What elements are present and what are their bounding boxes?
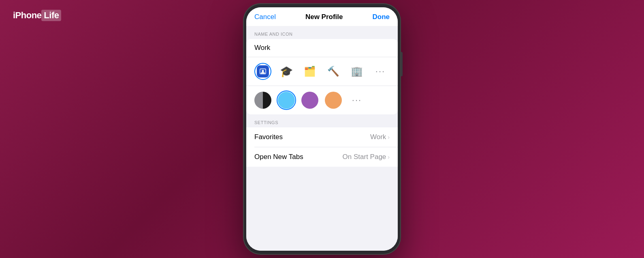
icon-person-card[interactable] bbox=[254, 63, 271, 80]
cancel-button[interactable]: Cancel bbox=[254, 13, 276, 21]
svg-point-1 bbox=[262, 70, 264, 72]
logo-life-text: Life bbox=[41, 10, 61, 21]
content-scroll: NAME AND ICON bbox=[246, 26, 398, 251]
logo-iphone-text: iPhone bbox=[13, 10, 41, 21]
favorites-row[interactable]: Favorites Work › bbox=[246, 127, 398, 147]
graduation-icon: 🎓 bbox=[280, 65, 293, 78]
favorites-value-container: Work › bbox=[370, 133, 390, 141]
settings-section: SETTINGS Favorites Work › Open New Tabs bbox=[246, 114, 398, 167]
profile-name-input[interactable] bbox=[246, 39, 398, 57]
more-colors-icon: ··· bbox=[352, 95, 362, 105]
favorites-value: Work bbox=[370, 133, 386, 141]
icon-row: 🎓 🗂️ 🔨 🏢 bbox=[246, 57, 398, 86]
open-new-tabs-chevron-icon: › bbox=[388, 154, 390, 160]
page-title: New Profile bbox=[305, 13, 343, 21]
briefcase-icon: 🗂️ bbox=[304, 66, 316, 77]
name-and-icon-label: NAME AND ICON bbox=[246, 26, 398, 39]
open-new-tabs-label: Open New Tabs bbox=[254, 153, 303, 161]
settings-card: Favorites Work › Open New Tabs On Start … bbox=[246, 127, 398, 167]
icon-graduation[interactable]: 🎓 bbox=[278, 63, 295, 80]
color-more[interactable]: ··· bbox=[348, 92, 365, 109]
color-purple[interactable] bbox=[301, 92, 318, 109]
icon-building[interactable]: 🏢 bbox=[348, 63, 365, 80]
open-new-tabs-value: On Start Page bbox=[343, 153, 386, 161]
name-and-icon-section: NAME AND ICON bbox=[246, 26, 398, 114]
color-blue[interactable] bbox=[278, 92, 295, 109]
color-orange[interactable] bbox=[325, 92, 342, 109]
building-icon: 🏢 bbox=[351, 66, 363, 77]
settings-label: SETTINGS bbox=[246, 114, 398, 127]
hammer-icon: 🔨 bbox=[327, 66, 339, 77]
color-row: ··· bbox=[246, 86, 398, 114]
person-card-icon bbox=[257, 65, 269, 77]
color-dark[interactable] bbox=[254, 92, 271, 109]
icon-hammer[interactable]: 🔨 bbox=[325, 63, 342, 80]
more-icons-icon: ··· bbox=[375, 66, 385, 77]
iphone-life-logo: iPhone Life bbox=[13, 10, 61, 21]
favorites-chevron-icon: › bbox=[388, 134, 390, 140]
favorites-label: Favorites bbox=[254, 133, 283, 141]
nav-bar: Cancel New Profile Done bbox=[246, 7, 398, 26]
name-icon-card: 🎓 🗂️ 🔨 🏢 bbox=[246, 39, 398, 114]
phone-frame: Cancel New Profile Done NAME AND ICON bbox=[243, 3, 401, 255]
open-new-tabs-row[interactable]: Open New Tabs On Start Page › bbox=[246, 147, 398, 167]
icon-more[interactable]: ··· bbox=[372, 63, 389, 80]
phone-screen: Cancel New Profile Done NAME AND ICON bbox=[246, 7, 398, 251]
done-button[interactable]: Done bbox=[372, 13, 390, 21]
icon-briefcase[interactable]: 🗂️ bbox=[301, 63, 318, 80]
open-new-tabs-value-container: On Start Page › bbox=[343, 153, 390, 161]
